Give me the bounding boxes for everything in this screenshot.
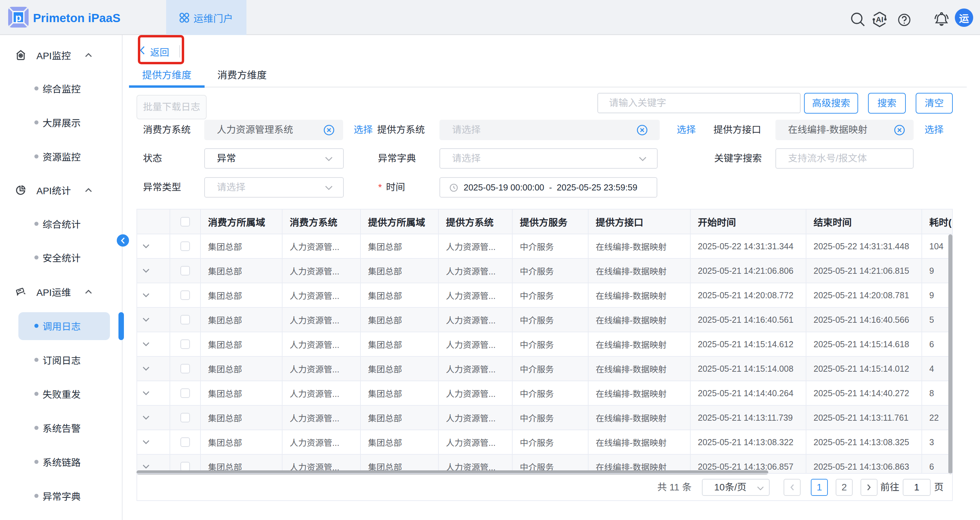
svg-text:AI: AI xyxy=(876,15,883,24)
svg-text:p: p xyxy=(15,12,21,23)
